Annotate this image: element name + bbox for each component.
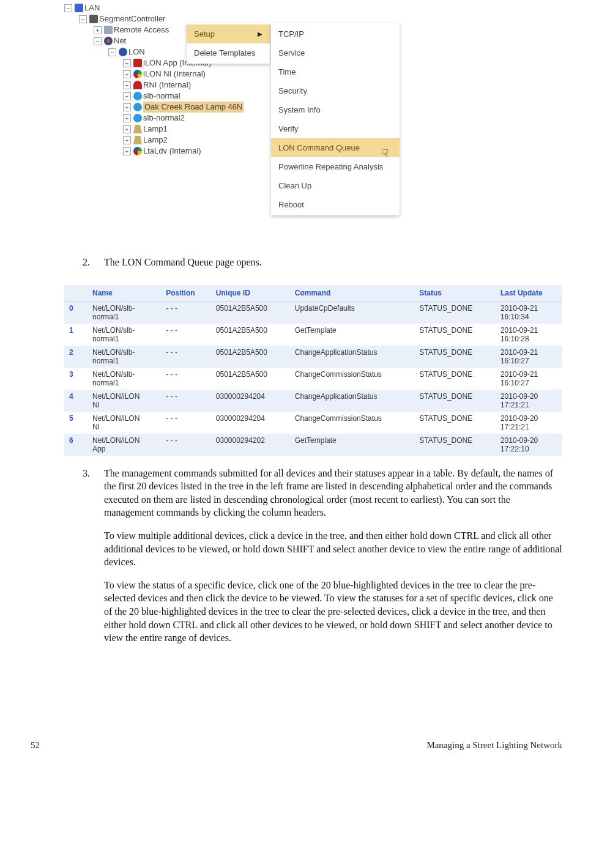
cell-position: - - - xyxy=(161,412,211,434)
menu-delete-templates[interactable]: Delete Templates xyxy=(187,43,270,62)
cell-name: Net/LON/slb-normal1 xyxy=(87,368,161,390)
submenu-service[interactable]: Service xyxy=(271,43,400,62)
command-queue-table: Name Position Unique ID Command Status L… xyxy=(64,285,562,456)
device-icon xyxy=(133,114,142,122)
page-number: 52 xyxy=(31,740,40,751)
expand-icon[interactable]: + xyxy=(123,59,131,67)
step-text: The LON Command Queue page opens. xyxy=(104,256,562,269)
cell-position: - - - xyxy=(161,368,211,390)
menu-label: Setup xyxy=(194,29,215,39)
cell-position: - - - xyxy=(161,324,211,346)
lamp-icon xyxy=(133,125,142,133)
submenu-security[interactable]: Security xyxy=(271,81,400,100)
tree-net[interactable]: Net xyxy=(114,35,126,46)
submenu-reboot[interactable]: Reboot xyxy=(271,195,400,214)
cell-position: - - - xyxy=(161,434,211,456)
cell-command: GetTemplate xyxy=(290,434,415,456)
menu-label: Time xyxy=(278,67,296,76)
submenu-cleanup[interactable]: Clean Up xyxy=(271,176,400,195)
col-command[interactable]: Command xyxy=(290,285,415,302)
cell-name: Net/LON/iLONNI xyxy=(87,412,161,434)
menu-label: Delete Templates xyxy=(194,48,255,57)
expand-icon[interactable]: + xyxy=(123,114,131,122)
expand-icon[interactable]: + xyxy=(123,70,131,78)
submenu-powerline[interactable]: Powerline Repeating Analysis xyxy=(271,157,400,176)
table-row[interactable]: 2Net/LON/slb-normal1- - -0501A2B5A500Cha… xyxy=(64,346,562,368)
menu-label: Service xyxy=(278,48,305,57)
cell-command: UpdateCpDefaults xyxy=(290,301,415,324)
chevron-right-icon: ▶ xyxy=(258,31,262,37)
submenu-verify[interactable]: Verify xyxy=(271,119,400,138)
cell-status: STATUS_DONE xyxy=(414,412,496,434)
expand-icon[interactable]: + xyxy=(123,147,131,155)
tree-remote[interactable]: Remote Access xyxy=(114,24,169,35)
collapse-icon[interactable]: − xyxy=(64,4,72,12)
table-row[interactable]: 1Net/LON/slb-normal1- - -0501A2B5A500Get… xyxy=(64,324,562,346)
table-row[interactable]: 0Net/LON/slb-normal1- - -0501A2B5A500Upd… xyxy=(64,301,562,324)
cell-status: STATUS_DONE xyxy=(414,390,496,412)
col-uid[interactable]: Unique ID xyxy=(211,285,290,302)
tree-segctl[interactable]: SegmentController xyxy=(99,13,165,24)
col-rownum[interactable] xyxy=(64,285,87,302)
tree-item[interactable]: Lamp1 xyxy=(143,124,168,135)
col-last[interactable]: Last Update xyxy=(496,285,562,302)
expand-icon[interactable]: + xyxy=(123,136,131,144)
expand-icon[interactable]: + xyxy=(123,125,131,133)
menu-label: Reboot xyxy=(278,200,304,209)
expand-icon[interactable]: + xyxy=(123,81,131,89)
expand-icon[interactable]: + xyxy=(94,26,102,34)
submenu-sysinfo[interactable]: System Info xyxy=(271,100,400,119)
tree-lon[interactable]: LON xyxy=(128,46,145,57)
cell-position: - - - xyxy=(161,390,211,412)
col-position[interactable]: Position xyxy=(161,285,211,302)
collapse-icon[interactable]: − xyxy=(79,15,87,23)
cell-index: 2 xyxy=(64,346,87,368)
cell-name: Net/LON/slb-normal1 xyxy=(87,324,161,346)
tree-item[interactable]: RNI (Internal) xyxy=(143,80,191,91)
cell-index: 3 xyxy=(64,368,87,390)
tree-lan[interactable]: LAN xyxy=(84,2,100,13)
tree-item[interactable]: LtaLdv (Internal) xyxy=(143,146,201,157)
collapse-icon[interactable]: − xyxy=(94,37,102,45)
tree-item[interactable]: Lamp2 xyxy=(143,135,168,146)
lamp-icon xyxy=(133,136,142,144)
tree-item-selected[interactable]: Oak Creek Road Lamp 46N xyxy=(143,102,244,113)
cell-command: ChangeApplicationStatus xyxy=(290,346,415,368)
col-name[interactable]: Name xyxy=(87,285,161,302)
expand-icon[interactable]: + xyxy=(123,92,131,100)
collapse-icon[interactable]: − xyxy=(108,48,116,56)
cell-timestamp: 2010-09-2017:21:21 xyxy=(496,390,562,412)
tree-item[interactable]: iLON NI (Internal) xyxy=(143,69,206,80)
device-icon xyxy=(133,59,142,67)
submenu-tcpip[interactable]: TCP/IP xyxy=(271,24,400,43)
submenu-time[interactable]: Time xyxy=(271,62,400,81)
page-footer: 52 Managing a Street Lighting Network xyxy=(0,740,599,751)
cell-timestamp: 2010-09-2017:22:10 xyxy=(496,434,562,456)
cell-position: - - - xyxy=(161,301,211,324)
cell-timestamp: 2010-09-2116:10:27 xyxy=(496,368,562,390)
menu-label: TCP/IP xyxy=(278,29,304,39)
table-row[interactable]: 5Net/LON/iLONNI- - -030000294204ChangeCo… xyxy=(64,412,562,434)
table-row[interactable]: 4Net/LON/iLONNI- - -030000294204ChangeAp… xyxy=(64,390,562,412)
cell-timestamp: 2010-09-2116:10:28 xyxy=(496,324,562,346)
col-status[interactable]: Status xyxy=(414,285,496,302)
body-text: The management commands submitted for al… xyxy=(104,467,562,519)
tree-item[interactable]: slb-normal2 xyxy=(143,113,185,124)
table-row[interactable]: 3Net/LON/slb-normal1- - -0501A2B5A500Cha… xyxy=(64,368,562,390)
expand-icon[interactable]: + xyxy=(123,103,131,111)
tree-item[interactable]: slb-normal xyxy=(143,91,180,102)
menu-label: Powerline Repeating Analysis xyxy=(278,162,383,171)
cell-name: Net/LON/slb-normal1 xyxy=(87,301,161,324)
cell-status: STATUS_DONE xyxy=(414,301,496,324)
cell-status: STATUS_DONE xyxy=(414,434,496,456)
table-row[interactable]: 6Net/LON/iLONApp- - -030000294202GetTemp… xyxy=(64,434,562,456)
cell-timestamp: 2010-09-2017:21:21 xyxy=(496,412,562,434)
cell-index: 0 xyxy=(64,301,87,324)
remote-icon xyxy=(104,26,113,34)
menu-setup[interactable]: Setup ▶ xyxy=(187,24,270,43)
submenu-lon-command-queue[interactable]: LON Command Queue ☟ xyxy=(271,138,400,157)
cell-uid: 030000294204 xyxy=(211,412,290,434)
cell-command: ChangeApplicationStatus xyxy=(290,390,415,412)
body-text: To view the status of a specific device,… xyxy=(104,579,562,645)
cell-position: - - - xyxy=(161,346,211,368)
